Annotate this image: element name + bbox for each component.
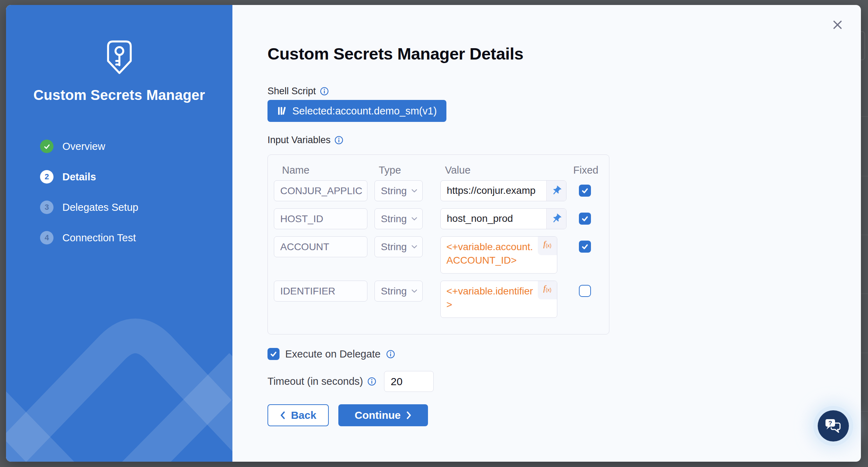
chevron-down-icon <box>411 189 417 193</box>
variable-row: HOST_ID String host_non_prod <box>274 208 591 229</box>
variable-type-select[interactable]: String <box>374 281 423 302</box>
shell-script-label: Shell Script <box>267 86 316 97</box>
input-variables-label-row: Input Variables <box>267 135 343 146</box>
step-number: 2 <box>45 172 49 181</box>
library-icon <box>277 106 287 116</box>
fixed-checkbox[interactable] <box>579 213 591 225</box>
back-button-label: Back <box>291 409 316 421</box>
svg-text:?: ? <box>828 420 832 427</box>
variable-value-input[interactable]: host_non_prod <box>440 208 567 229</box>
secrets-manager-logo <box>103 39 136 81</box>
variable-value-input[interactable]: https://conjur.examp <box>440 180 567 201</box>
variable-name-input[interactable]: HOST_ID <box>274 208 367 229</box>
execute-on-delegate-checkbox[interactable] <box>267 348 280 360</box>
variable-row: IDENTIFIER String <+variable.identifier>… <box>274 281 591 318</box>
variable-value-expression-input[interactable]: <+variable.identifier> f(x) <box>440 281 557 318</box>
pin-icon <box>551 213 562 224</box>
shell-script-selected-label: Selected:account.demo_sm(v1) <box>292 105 437 117</box>
timeout-row: Timeout (in seconds) <box>267 371 434 392</box>
variable-type-select[interactable]: String <box>374 208 423 229</box>
shell-script-selected-button[interactable]: Selected:account.demo_sm(v1) <box>267 100 446 122</box>
input-variables-table: Name Type Value Fixed CONJUR_APPLIC Stri… <box>267 154 609 334</box>
info-icon[interactable] <box>386 350 395 359</box>
step-label: Connection Test <box>62 232 136 244</box>
step-number: 3 <box>45 203 49 212</box>
chat-question-icon: ? <box>825 418 842 433</box>
wizard-title: Custom Secrets Manager <box>6 87 232 103</box>
column-header-value: Value <box>445 164 470 176</box>
chevron-down-icon <box>411 245 417 249</box>
step-label: Details <box>62 171 96 183</box>
sidebar-step-connection-test[interactable]: 4Connection Test <box>40 223 138 253</box>
check-icon <box>581 215 589 223</box>
variable-type-select[interactable]: String <box>374 180 423 201</box>
variable-row: CONJUR_APPLIC String https://conjur.exam… <box>274 180 591 201</box>
sidebar-step-overview[interactable]: Overview <box>40 131 138 162</box>
variable-row: ACCOUNT String <+variable.account.ACCOUN… <box>274 236 591 274</box>
info-icon[interactable] <box>334 136 343 145</box>
variable-name-input[interactable]: CONJUR_APPLIC <box>274 180 367 201</box>
input-variables-label: Input Variables <box>267 135 331 146</box>
sidebar-step-details[interactable]: 2Details <box>40 162 138 192</box>
fixed-checkbox[interactable] <box>579 185 591 197</box>
page-title: Custom Secrets Manager Details <box>267 44 523 63</box>
variable-value-expression-input[interactable]: <+variable.account.ACCOUNT_ID> f(x) <box>440 236 557 274</box>
back-button[interactable]: Back <box>267 404 329 426</box>
sidebar-step-delegates-setup[interactable]: 3Delegates Setup <box>40 192 138 223</box>
chevron-down-icon <box>411 289 417 293</box>
close-icon[interactable] <box>830 18 845 32</box>
check-icon <box>581 187 589 195</box>
check-icon <box>581 243 589 251</box>
variable-name-input[interactable]: IDENTIFIER <box>274 281 367 302</box>
check-icon <box>270 350 277 358</box>
step-label: Overview <box>62 141 105 152</box>
info-icon[interactable] <box>367 377 376 386</box>
pin-toggle[interactable] <box>546 181 566 201</box>
variable-name-input[interactable]: ACCOUNT <box>274 236 367 257</box>
timeout-input[interactable] <box>384 371 434 392</box>
fixed-checkbox[interactable] <box>579 241 591 253</box>
help-chat-button[interactable]: ? <box>818 410 849 441</box>
check-icon <box>43 143 51 150</box>
step-number-circle: 3 <box>40 201 53 214</box>
fx-expression-icon[interactable]: f(x) <box>538 237 557 255</box>
column-header-name: Name <box>282 164 309 176</box>
wizard-sidebar: Custom Secrets Manager Overview2Details3… <box>6 5 232 462</box>
fixed-checkbox[interactable] <box>579 285 591 297</box>
wizard-actions: Back Continue <box>267 404 428 426</box>
fx-expression-icon[interactable]: f(x) <box>538 281 557 299</box>
pin-toggle[interactable] <box>546 209 566 229</box>
chevron-down-icon <box>411 217 417 221</box>
shell-script-label-row: Shell Script <box>267 86 329 97</box>
column-header-type: Type <box>379 164 401 176</box>
secrets-manager-wizard-dialog: Custom Secrets Manager Overview2Details3… <box>6 5 861 462</box>
continue-button[interactable]: Continue <box>338 404 428 426</box>
step-number-circle: 2 <box>40 170 53 184</box>
continue-button-label: Continue <box>355 409 401 421</box>
execute-on-delegate-row: Execute on Delegate <box>267 348 395 360</box>
wizard-steps: Overview2Details3Delegates Setup4Connect… <box>40 131 138 253</box>
pin-icon <box>551 185 562 196</box>
variable-rows: CONJUR_APPLIC String https://conjur.exam… <box>274 180 591 318</box>
execute-on-delegate-label: Execute on Delegate <box>285 348 381 360</box>
timeout-label: Timeout (in seconds) <box>267 376 363 387</box>
step-number: 4 <box>45 233 49 242</box>
variable-type-select[interactable]: String <box>374 236 423 257</box>
sidebar-watermark <box>6 297 232 462</box>
step-label: Delegates Setup <box>62 202 138 213</box>
chevron-left-icon <box>280 411 285 419</box>
column-header-fixed: Fixed <box>573 164 598 176</box>
step-done-icon <box>40 140 53 153</box>
shield-key-icon <box>103 39 136 80</box>
info-icon[interactable] <box>320 87 329 96</box>
chevron-right-icon <box>406 411 412 419</box>
step-number-circle: 4 <box>40 231 53 244</box>
screen: Custom Secrets Manager Overview2Details3… <box>0 0 868 467</box>
